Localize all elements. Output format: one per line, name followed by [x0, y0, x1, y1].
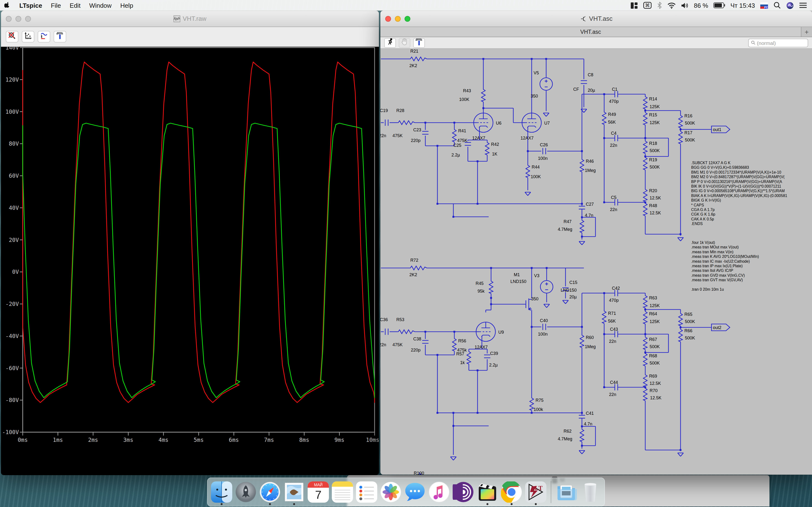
value-R57[interactable]: 1k	[460, 360, 465, 365]
menu-item-edit[interactable]: Edit	[65, 0, 85, 11]
capacitor-C8[interactable]	[581, 80, 587, 83]
value-R72[interactable]: 2K2	[409, 272, 417, 277]
keyboard-flag-icon[interactable]: PC	[758, 0, 770, 11]
notification-center-icon[interactable]	[797, 0, 809, 11]
spice-directive-line[interactable]: .meas tran MIn max V(in)	[691, 250, 733, 254]
value-C4[interactable]: 22n	[610, 143, 617, 148]
spice-directive-line[interactable]: BGG GG 0 V=V(G,K)+0.59836683	[691, 165, 749, 169]
capacitor-C19[interactable]	[385, 119, 388, 126]
spice-directive-line[interactable]: .ENDS	[691, 222, 703, 226]
label-C1[interactable]: C1	[612, 87, 617, 92]
toolbar-button-autorange[interactable]	[22, 31, 34, 43]
label-U7[interactable]: U7	[544, 121, 550, 125]
value-R45[interactable]: 95k	[477, 289, 485, 294]
menu-clock[interactable]: Чт 15:43	[728, 2, 757, 9]
value-R70[interactable]: 12.5K	[650, 395, 661, 400]
search-field[interactable]: (normal)	[748, 38, 808, 47]
value-R53[interactable]: 475K	[393, 342, 403, 347]
ground-symbol[interactable]	[525, 192, 531, 195]
spice-directive-line[interactable]: BM1 M1 0 V=(0.0017172334*(URAMP(V(A,K))+…	[691, 170, 781, 174]
label-C39[interactable]: C39	[490, 351, 498, 356]
label-R60[interactable]: R60	[586, 335, 594, 340]
toolbar-button-plot-settings[interactable]	[38, 31, 50, 43]
capacitor-C39[interactable]	[484, 355, 490, 358]
value-R28[interactable]: 475K	[393, 133, 403, 138]
value-R47[interactable]: 4.7Meg	[558, 227, 572, 232]
toolbar-button-pan-hand[interactable]	[399, 38, 410, 48]
value-C1[interactable]: 470p	[609, 99, 619, 104]
resistor-R69[interactable]	[643, 374, 647, 387]
bluetooth-icon[interactable]	[655, 0, 664, 11]
label-C42[interactable]: C42	[612, 286, 620, 291]
label-R46[interactable]: R46	[586, 159, 594, 164]
ground-symbol[interactable]	[579, 451, 585, 454]
dock-item-trash[interactable]	[579, 479, 602, 505]
value-C23[interactable]: 220p	[411, 138, 420, 143]
capacitor-C40[interactable]	[543, 324, 546, 330]
label-R63[interactable]: R63	[649, 295, 657, 300]
resistor-R72[interactable]	[409, 266, 427, 270]
value-M1[interactable]: LND150	[510, 279, 526, 284]
spice-directive-line[interactable]: .meas tran K AVG 20*LOG10(MOut/MIn)	[691, 255, 759, 259]
resistor-R60[interactable]	[580, 334, 584, 348]
menu-item-help[interactable]: Help	[116, 0, 138, 11]
value-R68[interactable]: 500K	[650, 361, 660, 365]
label-R18[interactable]: R18	[649, 141, 657, 146]
ground-symbol[interactable]	[579, 241, 585, 245]
dock-item-safari[interactable]	[259, 479, 281, 505]
tab-vht-asc[interactable]: VHT.asc	[380, 27, 801, 37]
label-R49[interactable]: R49	[608, 112, 616, 117]
volume-icon[interactable]	[679, 0, 691, 11]
value-R18[interactable]: 500K	[650, 148, 660, 153]
value-R60[interactable]: 1Meg	[585, 344, 596, 349]
value-C19[interactable]: 22n	[380, 133, 386, 138]
label-C26[interactable]: C26	[540, 143, 548, 147]
label-R56[interactable]: R56	[458, 338, 466, 343]
value-U6[interactable]: 12AX7	[472, 136, 485, 140]
label-C43[interactable]: C43	[610, 327, 618, 332]
value-R69[interactable]: 12.5K	[650, 381, 661, 386]
label-R15[interactable]: R15	[649, 113, 657, 117]
label-R20[interactable]: R20	[649, 188, 657, 193]
spotlight-icon[interactable]	[771, 0, 783, 11]
schematic-canvas[interactable]: R212K2R43100KR28475KR41475KR421KR44100KR…	[380, 49, 812, 475]
dock-item-messages[interactable]	[404, 479, 426, 505]
resistor-R46[interactable]	[580, 158, 584, 172]
value-C40[interactable]: 100n	[538, 332, 548, 337]
net-label-CF[interactable]: CF	[573, 87, 579, 92]
dock-item-ltspice[interactable]: LT	[525, 479, 547, 505]
value-V3[interactable]: 350	[531, 296, 539, 301]
capacitor-C41[interactable]	[579, 415, 585, 418]
menu-item-app[interactable]: LTspice	[15, 0, 46, 11]
resistor-R53[interactable]	[397, 330, 415, 334]
label-R43[interactable]: R43	[463, 89, 471, 93]
ground-symbol[interactable]	[451, 457, 456, 460]
capacitor-C27[interactable]	[579, 206, 585, 209]
label-R64[interactable]: R64	[649, 312, 657, 316]
spice-directive-line[interactable]: BIGK G K I=V(IG)	[691, 198, 721, 202]
ground-symbol[interactable]	[544, 304, 550, 307]
resistor-R45[interactable]	[489, 280, 493, 294]
resistor-R47[interactable]	[580, 219, 584, 233]
label-R17[interactable]: R17	[684, 130, 692, 135]
value-R63[interactable]: 125K	[650, 303, 660, 308]
capacitor-C5[interactable]	[615, 199, 618, 206]
menu-item-file[interactable]: File	[46, 0, 65, 11]
label-C41[interactable]: C41	[586, 411, 594, 416]
capacitor-C38[interactable]	[422, 340, 428, 343]
net-flag-label-out2[interactable]: out2	[713, 325, 721, 330]
spice-directive-line[interactable]: .meas tran GVD max V(InG,CV)	[691, 273, 745, 277]
capacitor-C4[interactable]	[615, 135, 618, 141]
label-C4[interactable]: C4	[611, 131, 616, 136]
capacitor-C42[interactable]	[615, 290, 618, 296]
value-R21[interactable]: 2K2	[409, 63, 417, 68]
resistor-R28[interactable]	[397, 121, 415, 125]
value-R44[interactable]: 100K	[531, 174, 541, 179]
resistor-R43[interactable]	[481, 89, 485, 102]
resistor-R19[interactable]	[643, 157, 647, 170]
window-manager-icon[interactable]	[628, 0, 640, 11]
label-C36[interactable]: C36	[380, 317, 388, 322]
plot-window-titlebar[interactable]: VHT.raw	[1, 11, 379, 27]
label-C27[interactable]: C27	[586, 202, 594, 207]
dock-item-folder[interactable]	[555, 479, 577, 505]
